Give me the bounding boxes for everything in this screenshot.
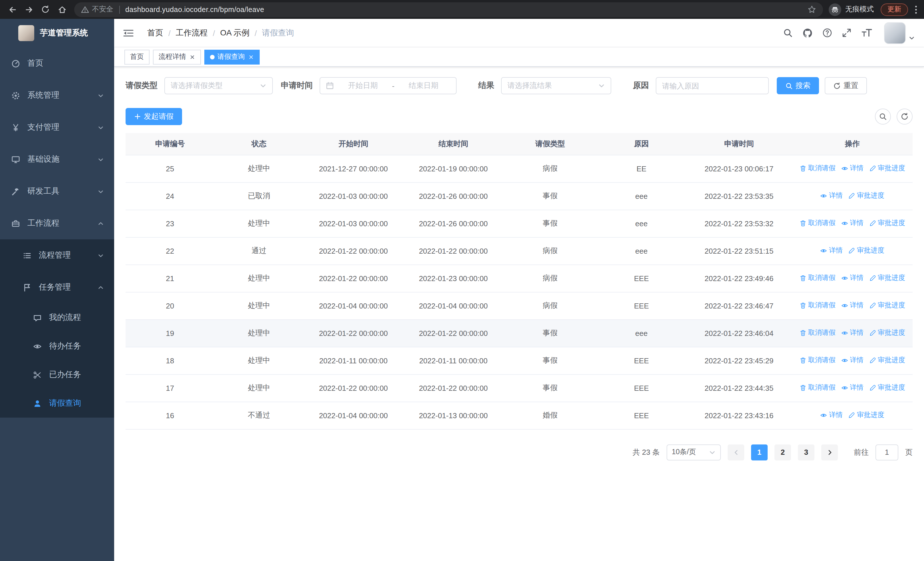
sidebar-item-workflow[interactable]: 工作流程 (0, 208, 114, 239)
cancel-leave-link[interactable]: 取消请假 (800, 383, 836, 393)
sidebar-item-payment[interactable]: 支付管理 (0, 111, 114, 143)
browser-back-button[interactable] (4, 2, 20, 17)
sidebar-item-leave-query[interactable]: 请假查询 (0, 389, 114, 418)
help-button[interactable] (822, 28, 832, 38)
sidebar-collapse-button[interactable] (114, 19, 142, 47)
fullscreen-button[interactable] (842, 28, 852, 38)
detail-link[interactable]: 详情 (841, 273, 864, 283)
approval-progress-link[interactable]: 审批进度 (869, 164, 905, 173)
sidebar-item-system[interactable]: 系统管理 (0, 80, 114, 111)
tag-process-detail[interactable]: 流程详情 (153, 50, 201, 64)
sidebar-item-home[interactable]: 首页 (0, 47, 114, 80)
sidebar-item-infrastructure[interactable]: 基础设施 (0, 143, 114, 175)
font-size-button[interactable] (861, 29, 872, 37)
table-row[interactable]: 18 处理中 2022-01-11 00:00:00 2022-01-11 00… (126, 347, 913, 374)
tag-leave-query[interactable]: 请假查询 (204, 50, 260, 64)
eye-icon (820, 247, 827, 254)
search-button[interactable]: 搜索 (777, 77, 819, 94)
breadcrumb-item-oa-example[interactable]: OA 示例 (220, 28, 250, 38)
header-search-button[interactable] (783, 28, 793, 38)
detail-link[interactable]: 详情 (820, 246, 843, 256)
cancel-leave-link[interactable]: 取消请假 (800, 356, 836, 365)
apply-time-range-picker[interactable]: 开始日期 - 结束日期 (320, 77, 457, 94)
approval-progress-link[interactable]: 审批进度 (869, 301, 905, 310)
approval-progress-link[interactable]: 审批进度 (869, 218, 905, 228)
detail-link[interactable]: 详情 (841, 383, 864, 393)
table-row[interactable]: 25 处理中 2021-12-27 00:00:00 2022-01-19 00… (126, 155, 913, 182)
header-operations: 操作 (792, 133, 913, 155)
table-row[interactable]: 17 处理中 2022-01-22 00:00:00 2022-01-22 00… (126, 374, 913, 402)
bookmark-star-icon[interactable] (808, 5, 816, 14)
detail-link[interactable]: 详情 (841, 356, 864, 365)
sidebar-item-my-process[interactable]: 我的流程 (0, 303, 114, 332)
sidebar-item-todo-tasks[interactable]: 待办任务 (0, 332, 114, 361)
sidebar-item-task-management[interactable]: 任务管理 (0, 271, 114, 303)
detail-link[interactable]: 详情 (820, 191, 843, 201)
toggle-search-button[interactable] (875, 108, 891, 125)
approval-progress-link[interactable]: 审批进度 (869, 356, 905, 365)
table-row[interactable]: 20 处理中 2022-01-04 00:00:00 2022-01-04 00… (126, 292, 913, 319)
browser-forward-button[interactable] (21, 2, 36, 17)
detail-link[interactable]: 详情 (841, 218, 864, 228)
cancel-leave-link[interactable]: 取消请假 (800, 164, 836, 173)
breadcrumb-item-workflow[interactable]: 工作流程 (176, 28, 208, 38)
address-bar[interactable]: 不安全 dashboard.yudao.iocoder.cn/bpm/oa/le… (74, 2, 823, 17)
refresh-table-button[interactable] (897, 108, 913, 125)
pen-icon (848, 193, 855, 199)
detail-link[interactable]: 详情 (841, 328, 864, 338)
approval-progress-link[interactable]: 审批进度 (869, 273, 905, 283)
incognito-icon (829, 3, 841, 16)
page-button-1[interactable]: 1 (751, 444, 768, 460)
browser-home-button[interactable] (54, 2, 70, 17)
page-button-2[interactable]: 2 (774, 444, 791, 460)
table-row[interactable]: 21 处理中 2022-01-22 00:00:00 2022-01-23 00… (126, 265, 913, 292)
result-select[interactable]: 请选择流结果 (501, 77, 611, 94)
cell-reason: eee (597, 237, 686, 265)
sidebar-item-process-management[interactable]: 流程管理 (0, 239, 114, 271)
browser-update-button[interactable]: 更新 (880, 3, 908, 16)
pen-icon (869, 385, 876, 391)
create-leave-button[interactable]: 发起请假 (126, 108, 182, 125)
reset-button[interactable]: 重置 (825, 77, 867, 94)
sidebar-item-done-tasks[interactable]: 已办任务 (0, 361, 114, 389)
tag-home[interactable]: 首页 (124, 50, 150, 64)
leave-type-select[interactable]: 请选择请假类型 (164, 77, 273, 94)
github-link-button[interactable] (802, 28, 813, 38)
reason-input[interactable] (656, 77, 769, 94)
sidebar-item-devtools[interactable]: 研发工具 (0, 175, 114, 208)
approval-progress-link[interactable]: 审批进度 (848, 191, 884, 201)
table-row[interactable]: 19 处理中 2022-01-22 00:00:00 2022-01-22 00… (126, 319, 913, 347)
browser-reload-button[interactable] (38, 2, 53, 17)
approval-progress-label: 审批进度 (857, 191, 884, 201)
detail-link[interactable]: 详情 (841, 301, 864, 310)
approval-progress-link[interactable]: 审批进度 (848, 246, 884, 256)
tag-close-icon[interactable] (189, 54, 195, 60)
browser-menu-button[interactable] (915, 5, 917, 14)
browser-chrome: 不安全 dashboard.yudao.iocoder.cn/bpm/oa/le… (0, 0, 924, 19)
approval-progress-link[interactable]: 审批进度 (869, 383, 905, 393)
cancel-leave-link[interactable]: 取消请假 (800, 328, 836, 338)
cancel-leave-link[interactable]: 取消请假 (800, 218, 836, 228)
table-row[interactable]: 22 通过 2022-01-22 00:00:00 2022-01-22 00:… (126, 237, 913, 265)
sidebar-item-label: 已办任务 (49, 370, 81, 380)
detail-link[interactable]: 详情 (820, 411, 843, 420)
tag-close-icon[interactable] (248, 54, 254, 60)
approval-progress-link[interactable]: 审批进度 (869, 328, 905, 338)
breadcrumb-item-home[interactable]: 首页 (147, 28, 163, 38)
user-menu[interactable] (884, 22, 915, 44)
table-row[interactable]: 24 已取消 2022-01-03 00:00:00 2022-01-26 00… (126, 182, 913, 210)
table-row[interactable]: 23 处理中 2022-01-03 00:00:00 2022-01-26 00… (126, 210, 913, 237)
app-logo[interactable]: 芋道管理系统 (0, 19, 114, 47)
security-chip[interactable]: 不安全 (81, 5, 113, 14)
detail-link[interactable]: 详情 (841, 164, 864, 173)
cancel-leave-link[interactable]: 取消请假 (800, 301, 836, 310)
prev-page-button[interactable] (728, 444, 744, 460)
page-button-3[interactable]: 3 (798, 444, 814, 460)
approval-progress-link[interactable]: 审批进度 (848, 411, 884, 420)
goto-page-input[interactable] (876, 444, 898, 460)
cancel-leave-link[interactable]: 取消请假 (800, 273, 836, 283)
next-page-button[interactable] (821, 444, 838, 460)
user-avatar[interactable] (884, 22, 906, 44)
page-size-select[interactable]: 10条/页 (667, 444, 721, 460)
table-row[interactable]: 16 不通过 2022-01-04 00:00:00 2022-01-13 00… (126, 402, 913, 429)
